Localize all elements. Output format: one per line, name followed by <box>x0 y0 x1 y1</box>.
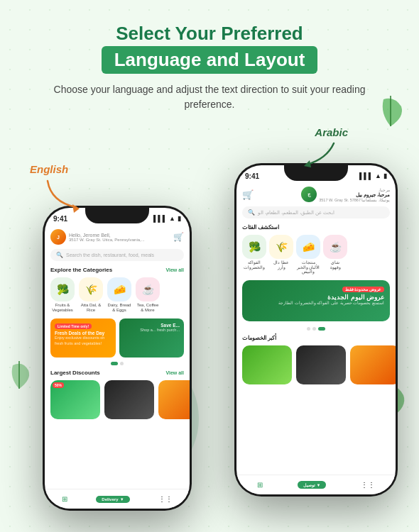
promo-banner-arabic: عروض محدودة فقط عروض اليوم الجديدة استمت… <box>242 280 390 321</box>
category-icon-arabic-1: 🥦 <box>242 235 266 259</box>
banners-row-english: Limited Time only! Fresh Deals of the Da… <box>50 318 184 358</box>
category-item-arabic-2: 🌾 عطا دالوأرز <box>269 235 293 275</box>
discount-item-3-english <box>158 380 190 419</box>
bottom-nav-english: ⊞ Delivery ▼ ⋮⋮ <box>45 489 190 509</box>
categories-title-english: Explore the Categories <box>50 267 112 273</box>
address-arabic: 3517 W. Gray St. 57867 يوتيكا، بنسلفانيا <box>319 198 390 202</box>
phone-arabic: 9:41 ▌▌▌ ▲ ▮ ج مرحبا، مرحبا، جيروم بيل 3… <box>234 163 398 497</box>
discounts-title-english: Largest Discounts <box>50 370 100 376</box>
greeting-english: Hello, Jerome Bell, <box>69 233 145 238</box>
category-icon-arabic-3: 🧀 <box>296 235 320 259</box>
phone-arabic-screen: 9:41 ▌▌▌ ▲ ▮ ج مرحبا، مرحبا، جيروم بيل 3… <box>236 165 396 494</box>
categories-english: 🥦 Fruits &Vegetables 🌾 Atta Dal, &Rice 🧀… <box>50 277 184 313</box>
category-icon-4: ☕ <box>136 277 160 301</box>
discount-items-english: 50% <box>50 380 184 419</box>
arabic-screen-content: ج مرحبا، مرحبا، جيروم بيل 3517 W. Gray S… <box>236 184 396 494</box>
cart-icon-english[interactable]: 🛒 <box>173 232 184 242</box>
dot-3-arabic <box>307 327 310 331</box>
category-label-arabic-2: عطا دالوأرز <box>273 260 289 270</box>
category-item-3: 🧀 Dairy, Bread& Eggs <box>107 277 131 313</box>
delivery-pill-arabic[interactable]: توصيل ▼ <box>298 481 327 489</box>
discount-item-2-english <box>104 380 154 419</box>
section-header-arabic: استكشف الفئات <box>242 224 390 231</box>
category-label-2: Atta Dal, &Rice <box>81 303 102 313</box>
svg-marker-1 <box>304 160 311 167</box>
nav-home-arabic[interactable]: ⊞ <box>257 481 263 489</box>
signal-icon: ▌▌▌ <box>359 172 373 179</box>
discount-item-arabic-3 <box>350 345 396 384</box>
discount-item-arabic-1 <box>242 345 292 384</box>
search-bar-arabic[interactable]: 🔍 ابحث عن الطبق، المطعم، الطعام، الو <box>242 206 390 218</box>
discount-badge-1: 50% <box>53 382 64 388</box>
nav-home-english[interactable]: ⊞ <box>62 495 67 503</box>
category-label-3: Dairy, Bread& Eggs <box>108 303 131 313</box>
header-text-english: Hello, Jerome Bell, 3517 W. Gray St. Uti… <box>69 233 145 242</box>
search-bar-english[interactable]: 🔍 Search the dish, restaurant, food, mea… <box>50 249 184 261</box>
category-icon-arabic-4: ☕ <box>323 235 347 259</box>
category-item-arabic-1: 🥦 الفواكهوالخضروات <box>242 235 266 275</box>
battery-icon-en: ▮ <box>178 215 181 222</box>
status-time-arabic: 9:41 <box>245 172 259 180</box>
promo-subtitle-arabic: استمتع بخصومات حصرية على الفواكه والخضرو… <box>248 301 384 306</box>
status-icons-arabic: ▌▌▌ ▲ ▮ <box>359 172 387 179</box>
status-icons-english: ▌▌▌ ▲ ▮ <box>153 215 181 222</box>
dots-english <box>50 362 184 365</box>
dot-1-arabic <box>318 327 325 331</box>
categories-header-english: Explore the Categories View all <box>50 267 184 273</box>
explore-title-arabic: استكشف الفئات <box>242 224 279 231</box>
category-item-arabic-4: ☕ شايوقهوة <box>323 235 347 275</box>
category-label-1: Fruits &Vegetables <box>52 303 73 313</box>
phones-container: 9:41 ▌▌▌ ▲ ▮ ج مرحبا، مرحبا، جيروم بيل 3… <box>0 163 419 532</box>
battery-icon: ▮ <box>383 172 387 179</box>
dot-2-english <box>120 362 124 365</box>
discount-title-arabic: أكبر الخصومات <box>242 335 276 341</box>
avatar-english: J <box>50 229 66 245</box>
discount-item-arabic-2 <box>296 345 346 384</box>
avatar-arabic: ج <box>301 187 317 202</box>
category-item-2: 🌾 Atta Dal, &Rice <box>79 277 103 313</box>
category-label-arabic-4: شايوقهوة <box>330 260 341 270</box>
promo-badge-arabic: عروض محدودة فقط <box>342 287 384 292</box>
discount-items-arabic <box>242 345 390 384</box>
delivery-pill-english[interactable]: Delivery ▼ <box>96 496 129 503</box>
header-subtitle: Choose your language and adjust the text… <box>43 82 376 112</box>
promo-title-arabic: عروض اليوم الجديدة <box>248 294 384 301</box>
arabic-label: Arabic <box>315 126 348 138</box>
header-section: Select Your Preferred Language and Layou… <box>0 0 419 121</box>
cart-icon-arabic[interactable]: 🛒 <box>242 189 254 200</box>
english-phone-header: J Hello, Jerome Bell, 3517 W. Gray St. U… <box>50 229 184 245</box>
arabic-phone-header: ج مرحبا، مرحبا، جيروم بيل 3517 W. Gray S… <box>242 187 390 202</box>
greeting-arabic: مرحبا، <box>319 187 390 192</box>
discounts-header-english: Largest Discounts View all <box>50 370 184 376</box>
search-icon-arabic: 🔍 <box>248 209 255 216</box>
category-item-arabic-3: 🧀 منتجاتالألبان والخبروالبيض <box>296 235 320 275</box>
chevron-down-arabic: ▼ <box>317 483 321 487</box>
category-label-arabic-3: منتجاتالألبان والخبروالبيض <box>297 260 320 275</box>
nav-more-arabic[interactable]: ⋮⋮ <box>361 481 375 489</box>
search-placeholder-arabic: ابحث عن الطبق، المطعم، الطعام، الو <box>258 210 334 216</box>
delivery-label-arabic: توصيل <box>303 482 315 487</box>
svg-marker-0 <box>72 204 80 213</box>
discount-header-arabic: أكبر الخصومات <box>242 335 390 341</box>
promo-subtitle-1-english: Enjoy exclusive discounts on fresh fruit… <box>55 336 111 345</box>
english-label: English <box>30 163 68 175</box>
discount-item-1-english: 50% <box>50 380 100 419</box>
phone-english-screen: 9:41 ▌▌▌ ▲ ▮ J Hello, Jerome Bell, 3517 … <box>45 208 190 509</box>
promo-banner-2-english: Save E... Shop a... fresh purch... <box>119 318 185 358</box>
wifi-icon-en: ▲ <box>169 215 175 222</box>
notch-english <box>85 208 149 223</box>
phone-english: 9:41 ▌▌▌ ▲ ▮ J Hello, Jerome Bell, 3517 … <box>43 206 192 511</box>
search-placeholder-english: Search the dish, restaurant, food, meals <box>66 253 154 257</box>
title-line1: Select Your Preferred <box>43 23 376 45</box>
search-icon-english: 🔍 <box>56 252 63 258</box>
signal-icon-en: ▌▌▌ <box>153 215 167 222</box>
discounts-view-all-english[interactable]: View all <box>165 370 184 375</box>
wifi-icon: ▲ <box>375 172 381 179</box>
categories-view-all-english[interactable]: View all <box>165 267 184 272</box>
nav-more-english[interactable]: ⋮⋮ <box>158 495 173 503</box>
delivery-label-english: Delivery <box>102 497 118 501</box>
menu-icon-english: ⋮⋮ <box>158 495 173 503</box>
english-arrow <box>44 177 87 213</box>
category-icon-arabic-2: 🌾 <box>269 235 293 259</box>
home-icon-arabic: ⊞ <box>257 481 263 489</box>
